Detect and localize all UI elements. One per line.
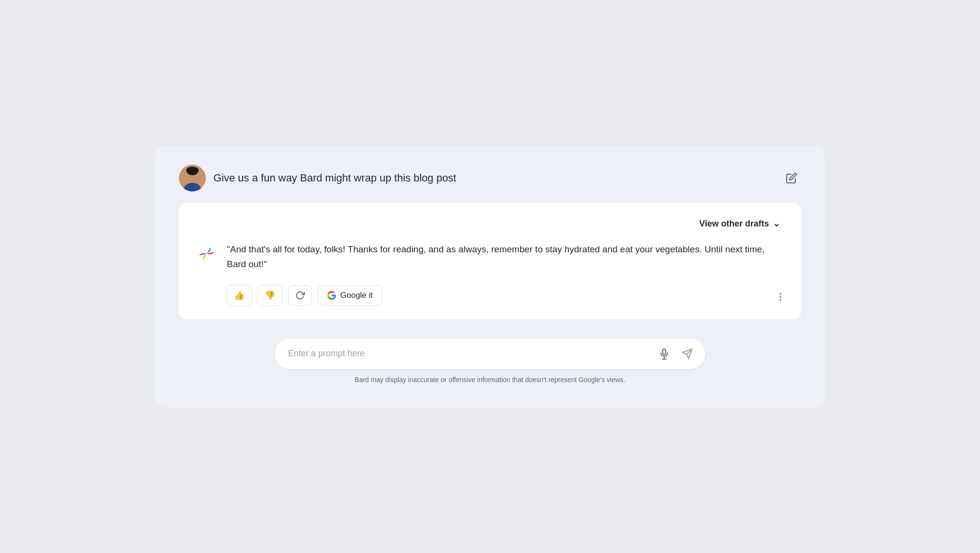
microphone-icon bbox=[658, 348, 670, 360]
prompt-input[interactable] bbox=[288, 349, 656, 359]
svg-point-6 bbox=[780, 296, 781, 297]
svg-point-5 bbox=[780, 293, 781, 294]
user-prompt-text: Give us a fun way Bard might wrap up thi… bbox=[213, 171, 456, 186]
bard-response-row: "And that's all for today, folks! Thanks… bbox=[196, 242, 784, 271]
svg-rect-8 bbox=[663, 349, 666, 354]
chevron-down-icon: ⌄ bbox=[773, 218, 780, 229]
refresh-icon bbox=[295, 291, 305, 300]
response-card: View other drafts ⌄ bbox=[179, 203, 801, 319]
user-prompt-left: Give us a fun way Bard might wrap up thi… bbox=[179, 165, 456, 192]
send-icon bbox=[681, 348, 693, 360]
pencil-icon bbox=[786, 172, 797, 184]
svg-point-7 bbox=[780, 299, 781, 301]
view-other-drafts-label: View other drafts bbox=[699, 219, 769, 229]
more-options-icon bbox=[775, 292, 786, 302]
avatar bbox=[179, 165, 206, 192]
view-other-drafts-row: View other drafts ⌄ bbox=[196, 216, 784, 231]
input-area: Bard may display inaccurate or offensive… bbox=[179, 339, 801, 384]
google-it-button[interactable]: Google it bbox=[318, 285, 382, 305]
thumbs-up-button[interactable]: 👍 bbox=[227, 285, 252, 306]
send-button[interactable] bbox=[679, 345, 696, 362]
input-row bbox=[275, 339, 705, 369]
microphone-button[interactable] bbox=[656, 345, 673, 362]
thumbs-up-icon: 👍 bbox=[234, 290, 245, 301]
view-other-drafts-button[interactable]: View other drafts ⌄ bbox=[695, 216, 784, 231]
action-buttons-row: 👍 👎 Google it bbox=[196, 285, 784, 306]
disclaimer-text: Bard may display inaccurate or offensive… bbox=[355, 376, 625, 384]
more-options-button[interactable] bbox=[771, 288, 790, 306]
input-icons bbox=[656, 345, 696, 362]
google-g-icon bbox=[327, 291, 336, 300]
refresh-button[interactable] bbox=[288, 285, 312, 305]
bard-logo bbox=[196, 243, 217, 264]
page-container: Give us a fun way Bard might wrap up thi… bbox=[155, 146, 825, 407]
thumbs-down-button[interactable]: 👎 bbox=[257, 285, 282, 306]
user-prompt-row: Give us a fun way Bard might wrap up thi… bbox=[179, 165, 801, 192]
thumbs-down-icon: 👎 bbox=[265, 290, 275, 301]
response-text: "And that's all for today, folks! Thanks… bbox=[227, 242, 784, 271]
google-it-label: Google it bbox=[340, 291, 373, 300]
edit-button[interactable] bbox=[782, 169, 801, 188]
svg-point-4 bbox=[187, 169, 198, 175]
